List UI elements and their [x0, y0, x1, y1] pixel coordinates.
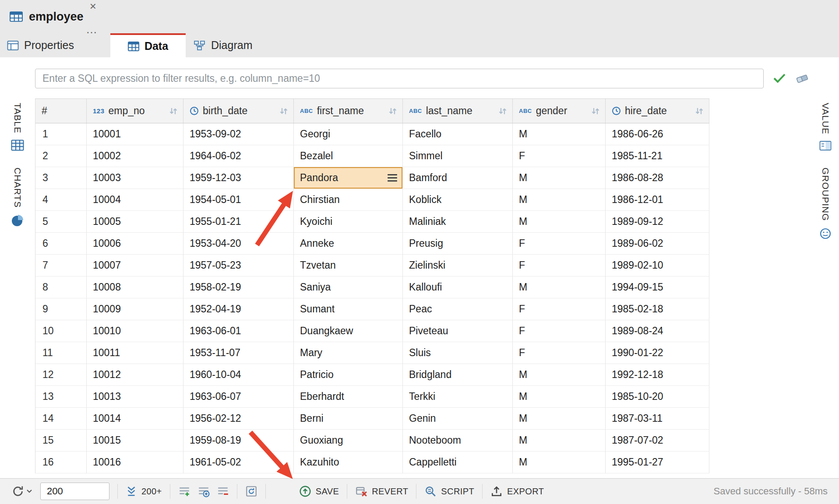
data-cell[interactable]: F [513, 320, 606, 342]
data-cell[interactable]: 10006 [87, 233, 183, 255]
data-cell[interactable]: 1985-02-18 [606, 298, 709, 320]
data-cell[interactable]: 10003 [87, 167, 183, 189]
duplicate-row-button[interactable] [197, 485, 210, 497]
data-cell[interactable]: M [513, 189, 606, 211]
data-cell[interactable]: 10012 [87, 364, 183, 386]
data-cell[interactable]: F [513, 145, 606, 167]
panel-tab-table[interactable]: TABLE [11, 103, 24, 151]
apply-filter-icon[interactable] [772, 73, 786, 86]
close-icon[interactable]: × [90, 0, 96, 13]
data-cell[interactable]: 1964-06-02 [183, 145, 294, 167]
data-cell[interactable]: 1960-10-04 [183, 364, 294, 386]
data-cell[interactable]: 1957-05-23 [183, 255, 294, 276]
data-cell[interactable]: 1959-12-03 [183, 167, 294, 189]
data-cell[interactable]: 1986-06-26 [606, 123, 709, 145]
data-cell[interactable]: F [513, 298, 606, 320]
sort-icon[interactable] [694, 107, 705, 116]
data-cell[interactable]: Bridgland [403, 364, 513, 386]
data-cell[interactable]: M [513, 386, 606, 408]
data-cell[interactable]: 10008 [87, 276, 183, 298]
data-cell[interactable]: M [513, 430, 606, 452]
data-cell[interactable]: F [513, 342, 606, 364]
data-cell[interactable]: Facello [403, 123, 513, 145]
script-button[interactable]: SCRIPT [424, 485, 474, 497]
column-header-gender[interactable]: ABCgender [513, 99, 606, 123]
data-cell[interactable]: 1953-04-20 [183, 233, 294, 255]
data-cell[interactable]: Maliniak [403, 211, 513, 233]
data-cell[interactable]: Mary [294, 342, 403, 364]
data-cell[interactable]: 1987-03-11 [606, 408, 709, 430]
delete-row-button[interactable] [217, 485, 229, 497]
data-cell[interactable]: Terkki [403, 386, 513, 408]
sort-icon[interactable] [497, 107, 508, 116]
sort-icon[interactable] [168, 107, 179, 116]
data-cell[interactable]: Nooteboom [403, 430, 513, 452]
cell-menu-icon[interactable] [388, 174, 397, 182]
data-cell[interactable]: Genin [403, 408, 513, 430]
export-button[interactable]: EXPORT [490, 485, 544, 497]
data-cell[interactable]: Kazuhito [294, 452, 403, 473]
data-cell[interactable]: 1954-05-01 [183, 189, 294, 211]
data-cell[interactable]: Peac [403, 298, 513, 320]
panel-tab-charts[interactable]: CHARTS [11, 168, 24, 227]
data-cell[interactable]: 1952-04-19 [183, 298, 294, 320]
sort-icon[interactable] [388, 107, 398, 116]
column-header-last_name[interactable]: ABClast_name [403, 99, 513, 123]
tab-properties[interactable]: Properties [0, 33, 105, 57]
data-cell[interactable]: 1956-02-12 [183, 408, 294, 430]
data-cell[interactable]: Kyoichi [294, 211, 403, 233]
data-cell[interactable]: 10004 [87, 189, 183, 211]
data-cell[interactable]: 1989-02-10 [606, 255, 709, 276]
data-cell[interactable]: 1989-09-12 [606, 211, 709, 233]
data-cell[interactable]: 1963-06-01 [183, 320, 294, 342]
revert-button[interactable]: REVERT [355, 485, 408, 497]
data-cell[interactable]: 1986-12-01 [606, 189, 709, 211]
data-cell[interactable]: 1992-12-18 [606, 364, 709, 386]
data-cell[interactable]: 10015 [87, 430, 183, 452]
data-cell[interactable]: 1953-11-07 [183, 342, 294, 364]
data-cell[interactable]: Tzvetan [294, 255, 403, 276]
data-cell[interactable]: 1953-09-02 [183, 123, 294, 145]
sort-icon[interactable] [590, 107, 601, 116]
data-cell[interactable]: M [513, 364, 606, 386]
data-cell[interactable]: 10009 [87, 298, 183, 320]
column-header-hire_date[interactable]: hire_date [606, 99, 709, 123]
column-header-row-number[interactable]: # [35, 99, 87, 123]
data-cell[interactable]: M [513, 167, 606, 189]
fetch-all-rows-button[interactable]: 200+ [126, 486, 162, 497]
data-cell[interactable]: Anneke [294, 233, 403, 255]
sql-filter-input[interactable] [35, 69, 764, 88]
data-cell[interactable]: Patricio [294, 364, 403, 386]
data-cell[interactable]: Bezalel [294, 145, 403, 167]
tab-data[interactable]: Data [110, 33, 186, 57]
column-header-emp_no[interactable]: 123emp_no [87, 99, 183, 123]
data-cell[interactable]: 10011 [87, 342, 183, 364]
data-cell[interactable]: Preusig [403, 233, 513, 255]
data-cell[interactable]: Georgi [294, 123, 403, 145]
editor-tab-employee[interactable]: employee × … [0, 0, 102, 33]
data-cell[interactable]: Sluis [403, 342, 513, 364]
data-cell[interactable]: Piveteau [403, 320, 513, 342]
add-row-button[interactable] [178, 485, 190, 497]
data-cell[interactable]: 1961-05-02 [183, 452, 294, 473]
data-cell[interactable]: 10013 [87, 386, 183, 408]
tab-diagram[interactable]: Diagram [186, 33, 286, 57]
column-header-birth_date[interactable]: birth_date [183, 99, 294, 123]
data-cell[interactable]: Chirstian [294, 189, 403, 211]
save-button[interactable]: SAVE [299, 485, 339, 497]
data-cell[interactable]: 1985-11-21 [606, 145, 709, 167]
auto-refresh-button[interactable] [11, 485, 32, 498]
data-cell[interactable]: M [513, 123, 606, 145]
data-cell[interactable]: Guoxiang [294, 430, 403, 452]
selected-cell[interactable]: Pandora [294, 167, 403, 189]
column-header-first_name[interactable]: ABCfirst_name [294, 99, 403, 123]
data-cell[interactable]: 1986-08-28 [606, 167, 709, 189]
data-cell[interactable]: M [513, 276, 606, 298]
data-cell[interactable]: Sumant [294, 298, 403, 320]
data-cell[interactable]: Berni [294, 408, 403, 430]
row-limit-input[interactable] [40, 483, 109, 500]
data-cell[interactable]: 10005 [87, 211, 183, 233]
data-cell[interactable]: 1958-02-19 [183, 276, 294, 298]
data-cell[interactable]: 10001 [87, 123, 183, 145]
data-cell[interactable]: 10007 [87, 255, 183, 276]
